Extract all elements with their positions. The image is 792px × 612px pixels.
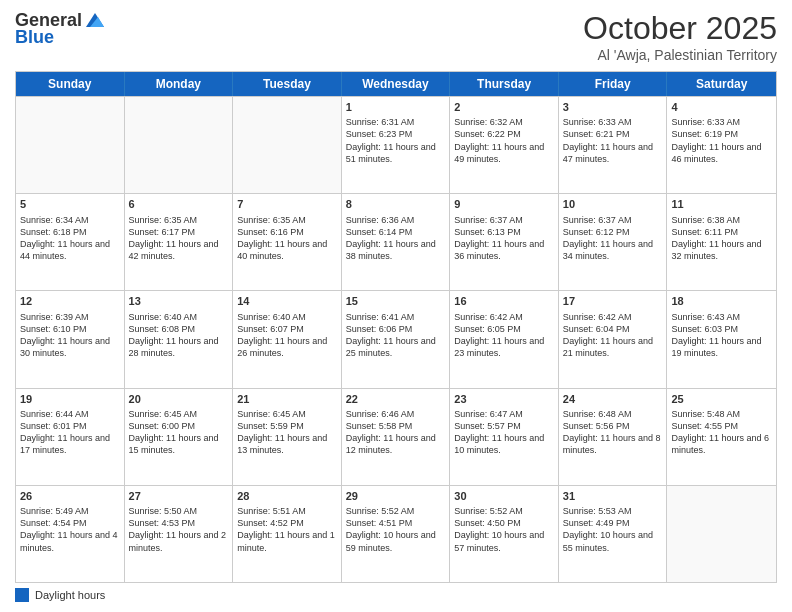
cal-cell-18: 18Sunrise: 6:43 AM Sunset: 6:03 PM Dayli… <box>667 291 776 387</box>
cal-cell-28: 28Sunrise: 5:51 AM Sunset: 4:52 PM Dayli… <box>233 486 342 582</box>
cell-info: Sunrise: 6:34 AM Sunset: 6:18 PM Dayligh… <box>20 214 120 263</box>
calendar-row-0: 1Sunrise: 6:31 AM Sunset: 6:23 PM Daylig… <box>16 96 776 193</box>
footer-label: Daylight hours <box>35 589 105 601</box>
cell-info: Sunrise: 5:52 AM Sunset: 4:50 PM Dayligh… <box>454 505 554 554</box>
cell-day-number: 14 <box>237 294 337 308</box>
footer: Daylight hours <box>15 588 777 602</box>
cal-cell-22: 22Sunrise: 6:46 AM Sunset: 5:58 PM Dayli… <box>342 389 451 485</box>
calendar-row-1: 5Sunrise: 6:34 AM Sunset: 6:18 PM Daylig… <box>16 193 776 290</box>
cell-info: Sunrise: 5:49 AM Sunset: 4:54 PM Dayligh… <box>20 505 120 554</box>
cell-day-number: 2 <box>454 100 554 114</box>
cal-cell-1: 1Sunrise: 6:31 AM Sunset: 6:23 PM Daylig… <box>342 97 451 193</box>
header: General Blue October 2025 Al 'Awja, Pale… <box>15 10 777 63</box>
cal-cell-empty-4-6 <box>667 486 776 582</box>
cell-info: Sunrise: 6:45 AM Sunset: 5:59 PM Dayligh… <box>237 408 337 457</box>
cell-day-number: 28 <box>237 489 337 503</box>
cell-day-number: 7 <box>237 197 337 211</box>
cell-day-number: 27 <box>129 489 229 503</box>
cell-day-number: 3 <box>563 100 663 114</box>
weekday-header-saturday: Saturday <box>667 72 776 96</box>
cell-day-number: 9 <box>454 197 554 211</box>
cal-cell-empty-0-0 <box>16 97 125 193</box>
cal-cell-empty-0-1 <box>125 97 234 193</box>
cell-day-number: 10 <box>563 197 663 211</box>
logo-icon <box>84 11 106 29</box>
weekday-header-tuesday: Tuesday <box>233 72 342 96</box>
cal-cell-6: 6Sunrise: 6:35 AM Sunset: 6:17 PM Daylig… <box>125 194 234 290</box>
cell-info: Sunrise: 6:36 AM Sunset: 6:14 PM Dayligh… <box>346 214 446 263</box>
cell-info: Sunrise: 6:43 AM Sunset: 6:03 PM Dayligh… <box>671 311 772 360</box>
cal-cell-21: 21Sunrise: 6:45 AM Sunset: 5:59 PM Dayli… <box>233 389 342 485</box>
calendar-body: 1Sunrise: 6:31 AM Sunset: 6:23 PM Daylig… <box>16 96 776 582</box>
cal-cell-24: 24Sunrise: 6:48 AM Sunset: 5:56 PM Dayli… <box>559 389 668 485</box>
cell-info: Sunrise: 6:44 AM Sunset: 6:01 PM Dayligh… <box>20 408 120 457</box>
cal-cell-30: 30Sunrise: 5:52 AM Sunset: 4:50 PM Dayli… <box>450 486 559 582</box>
weekday-header-wednesday: Wednesday <box>342 72 451 96</box>
cell-day-number: 5 <box>20 197 120 211</box>
cell-day-number: 12 <box>20 294 120 308</box>
cell-day-number: 4 <box>671 100 772 114</box>
cell-day-number: 19 <box>20 392 120 406</box>
cal-cell-14: 14Sunrise: 6:40 AM Sunset: 6:07 PM Dayli… <box>233 291 342 387</box>
cal-cell-25: 25Sunrise: 5:48 AM Sunset: 4:55 PM Dayli… <box>667 389 776 485</box>
cal-cell-26: 26Sunrise: 5:49 AM Sunset: 4:54 PM Dayli… <box>16 486 125 582</box>
cell-info: Sunrise: 5:48 AM Sunset: 4:55 PM Dayligh… <box>671 408 772 457</box>
cal-cell-8: 8Sunrise: 6:36 AM Sunset: 6:14 PM Daylig… <box>342 194 451 290</box>
cell-info: Sunrise: 6:38 AM Sunset: 6:11 PM Dayligh… <box>671 214 772 263</box>
cell-day-number: 31 <box>563 489 663 503</box>
cell-info: Sunrise: 5:51 AM Sunset: 4:52 PM Dayligh… <box>237 505 337 554</box>
calendar-row-3: 19Sunrise: 6:44 AM Sunset: 6:01 PM Dayli… <box>16 388 776 485</box>
calendar-row-4: 26Sunrise: 5:49 AM Sunset: 4:54 PM Dayli… <box>16 485 776 582</box>
cal-cell-3: 3Sunrise: 6:33 AM Sunset: 6:21 PM Daylig… <box>559 97 668 193</box>
cell-info: Sunrise: 6:41 AM Sunset: 6:06 PM Dayligh… <box>346 311 446 360</box>
cell-info: Sunrise: 6:32 AM Sunset: 6:22 PM Dayligh… <box>454 116 554 165</box>
cell-day-number: 29 <box>346 489 446 503</box>
cell-day-number: 26 <box>20 489 120 503</box>
daylight-indicator <box>15 588 29 602</box>
cell-info: Sunrise: 6:45 AM Sunset: 6:00 PM Dayligh… <box>129 408 229 457</box>
cell-day-number: 11 <box>671 197 772 211</box>
calendar-header: SundayMondayTuesdayWednesdayThursdayFrid… <box>16 72 776 96</box>
cal-cell-9: 9Sunrise: 6:37 AM Sunset: 6:13 PM Daylig… <box>450 194 559 290</box>
cell-info: Sunrise: 6:48 AM Sunset: 5:56 PM Dayligh… <box>563 408 663 457</box>
weekday-header-friday: Friday <box>559 72 668 96</box>
cell-info: Sunrise: 6:46 AM Sunset: 5:58 PM Dayligh… <box>346 408 446 457</box>
cal-cell-5: 5Sunrise: 6:34 AM Sunset: 6:18 PM Daylig… <box>16 194 125 290</box>
cell-info: Sunrise: 6:37 AM Sunset: 6:13 PM Dayligh… <box>454 214 554 263</box>
cell-info: Sunrise: 5:53 AM Sunset: 4:49 PM Dayligh… <box>563 505 663 554</box>
cell-day-number: 23 <box>454 392 554 406</box>
weekday-header-monday: Monday <box>125 72 234 96</box>
weekday-header-sunday: Sunday <box>16 72 125 96</box>
cal-cell-15: 15Sunrise: 6:41 AM Sunset: 6:06 PM Dayli… <box>342 291 451 387</box>
cell-day-number: 8 <box>346 197 446 211</box>
cell-info: Sunrise: 6:31 AM Sunset: 6:23 PM Dayligh… <box>346 116 446 165</box>
cal-cell-29: 29Sunrise: 5:52 AM Sunset: 4:51 PM Dayli… <box>342 486 451 582</box>
cell-info: Sunrise: 6:35 AM Sunset: 6:16 PM Dayligh… <box>237 214 337 263</box>
cal-cell-27: 27Sunrise: 5:50 AM Sunset: 4:53 PM Dayli… <box>125 486 234 582</box>
cal-cell-13: 13Sunrise: 6:40 AM Sunset: 6:08 PM Dayli… <box>125 291 234 387</box>
cell-day-number: 17 <box>563 294 663 308</box>
cal-cell-20: 20Sunrise: 6:45 AM Sunset: 6:00 PM Dayli… <box>125 389 234 485</box>
cell-day-number: 15 <box>346 294 446 308</box>
cell-info: Sunrise: 5:52 AM Sunset: 4:51 PM Dayligh… <box>346 505 446 554</box>
cell-info: Sunrise: 5:50 AM Sunset: 4:53 PM Dayligh… <box>129 505 229 554</box>
calendar: SundayMondayTuesdayWednesdayThursdayFrid… <box>15 71 777 583</box>
page: General Blue October 2025 Al 'Awja, Pale… <box>0 0 792 612</box>
cell-info: Sunrise: 6:39 AM Sunset: 6:10 PM Dayligh… <box>20 311 120 360</box>
cal-cell-12: 12Sunrise: 6:39 AM Sunset: 6:10 PM Dayli… <box>16 291 125 387</box>
cell-day-number: 6 <box>129 197 229 211</box>
cal-cell-23: 23Sunrise: 6:47 AM Sunset: 5:57 PM Dayli… <box>450 389 559 485</box>
cal-cell-16: 16Sunrise: 6:42 AM Sunset: 6:05 PM Dayli… <box>450 291 559 387</box>
cell-day-number: 20 <box>129 392 229 406</box>
cell-day-number: 1 <box>346 100 446 114</box>
calendar-row-2: 12Sunrise: 6:39 AM Sunset: 6:10 PM Dayli… <box>16 290 776 387</box>
logo: General Blue <box>15 10 106 48</box>
cell-day-number: 16 <box>454 294 554 308</box>
cell-day-number: 13 <box>129 294 229 308</box>
location-title: Al 'Awja, Palestinian Territory <box>583 47 777 63</box>
cell-info: Sunrise: 6:35 AM Sunset: 6:17 PM Dayligh… <box>129 214 229 263</box>
cal-cell-2: 2Sunrise: 6:32 AM Sunset: 6:22 PM Daylig… <box>450 97 559 193</box>
cell-day-number: 18 <box>671 294 772 308</box>
cell-info: Sunrise: 6:40 AM Sunset: 6:08 PM Dayligh… <box>129 311 229 360</box>
cell-info: Sunrise: 6:42 AM Sunset: 6:05 PM Dayligh… <box>454 311 554 360</box>
